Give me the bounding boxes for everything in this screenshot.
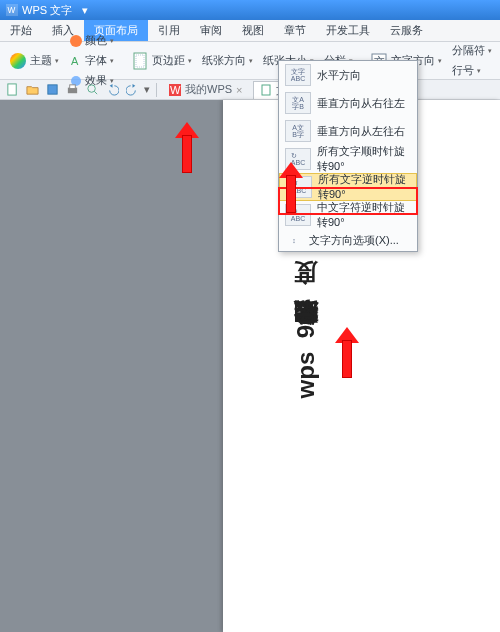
redo-icon[interactable]	[124, 82, 140, 98]
svg-rect-16	[47, 85, 56, 94]
svg-point-2	[70, 35, 82, 47]
svg-rect-23	[262, 85, 270, 95]
new-icon[interactable]	[4, 82, 20, 98]
menu-cjk-ccw90[interactable]: 中ABC中文字符逆时针旋转90°	[279, 201, 417, 229]
open-icon[interactable]	[24, 82, 40, 98]
tab-dev[interactable]: 开发工具	[316, 20, 380, 41]
svg-text:W: W	[170, 84, 181, 96]
save-icon[interactable]	[44, 82, 60, 98]
app-menu-dropdown[interactable]: ▾	[78, 4, 92, 17]
svg-text:A: A	[71, 55, 79, 67]
textdir-menu: 文字ABC水平方向 文A字B垂直方向从右往左 A文B字垂直方向从左往右 ↻ABC…	[278, 60, 418, 252]
menu-horizontal[interactable]: 文字ABC水平方向	[279, 61, 417, 89]
orient-button[interactable]: 纸张方向▾	[198, 51, 257, 70]
preview-icon[interactable]	[84, 82, 100, 98]
svg-rect-15	[7, 84, 15, 95]
ribbon: 主题▾ 颜色▾ A字体▾ 效果▾ 页边距▾ 纸张方向▾ 纸张大小▾ 分栏▾ 文文…	[0, 42, 500, 80]
svg-line-20	[94, 91, 97, 94]
tab-cloud[interactable]: 云服务	[380, 20, 433, 41]
tab-chapter[interactable]: 章节	[274, 20, 316, 41]
title-bar: W WPS 文字 ▾	[0, 0, 500, 20]
menu-vert-rtl[interactable]: 文A字B垂直方向从右往左	[279, 89, 417, 117]
svg-point-19	[87, 85, 94, 92]
print-icon[interactable]	[64, 82, 80, 98]
margin-button[interactable]: 页边距▾	[126, 49, 196, 73]
work-area	[0, 100, 500, 632]
menu-vert-ltr[interactable]: A文B字垂直方向从左往右	[279, 117, 417, 145]
qat-more[interactable]: ▾	[144, 83, 150, 96]
svg-rect-18	[69, 85, 75, 89]
tab-references[interactable]: 引用	[148, 20, 190, 41]
app-logo: W WPS 文字	[0, 3, 78, 18]
tab-view[interactable]: 视图	[232, 20, 274, 41]
menu-options[interactable]: ↕文字方向选项(X)...	[279, 229, 417, 251]
vrtl-icon: 文A字B	[285, 92, 311, 114]
horiz-icon: 文字ABC	[285, 64, 311, 86]
app-title: WPS 文字	[22, 3, 72, 18]
undo-icon[interactable]	[104, 82, 120, 98]
quick-access-bar: ▾ W我的WPS× 文档1×	[0, 80, 500, 100]
font-button[interactable]: A字体▾	[65, 51, 118, 70]
tab-home[interactable]: 开始	[0, 20, 42, 41]
theme-button[interactable]: 主题▾	[4, 49, 63, 73]
lineno-button[interactable]: 行号▾	[448, 61, 496, 80]
break-button[interactable]: 分隔符▾	[448, 41, 496, 60]
svg-text:W: W	[8, 6, 16, 15]
color-button[interactable]: 颜色▾	[65, 31, 118, 50]
vltr-icon: A文B字	[285, 120, 311, 142]
tab-review[interactable]: 审阅	[190, 20, 232, 41]
document-text[interactable]: wps 文字怎么翻转 90 度	[290, 305, 322, 398]
opt-icon: ↕	[285, 229, 303, 251]
mywps-tab[interactable]: W我的WPS×	[163, 81, 249, 99]
